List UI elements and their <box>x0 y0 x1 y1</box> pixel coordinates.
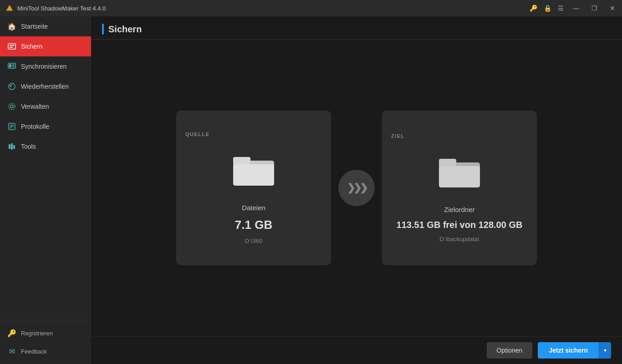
key-sidebar-icon: 🔑 <box>7 329 16 338</box>
sidebar-label-startseite: Startseite <box>21 23 48 30</box>
close-button[interactable]: ✕ <box>607 2 618 14</box>
mail-icon: ✉ <box>7 347 16 356</box>
source-card-name: Dateien <box>242 204 265 212</box>
backup-dropdown-button[interactable]: ▾ <box>599 342 611 359</box>
arrow-icon: ❯❯❯ <box>347 182 366 194</box>
sidebar-label-synchronisieren: Synchronisieren <box>21 63 66 70</box>
sidebar-item-sichern[interactable]: Sichern <box>0 36 91 56</box>
backup-area: QUELLE Dateien 7.1 GB D:\360 <box>91 40 622 336</box>
main-layout: 🏠 Startseite Sichern Synchronis <box>0 16 622 364</box>
app-logo-icon <box>5 4 14 12</box>
svg-rect-2 <box>8 44 15 49</box>
sidebar-item-registrieren[interactable]: 🔑 Registrieren <box>0 324 91 342</box>
svg-point-10 <box>9 103 15 110</box>
sidebar: 🏠 Startseite Sichern Synchronis <box>0 16 91 364</box>
source-card-path: D:\360 <box>245 238 262 244</box>
sidebar-item-synchronisieren[interactable]: Synchronisieren <box>0 56 91 76</box>
titlebar: MiniTool ShadowMaker Test 4.4.0 🔑 🔒 ☰ — … <box>0 0 622 16</box>
svg-rect-19 <box>233 157 250 164</box>
sidebar-item-startseite[interactable]: 🏠 Startseite <box>0 16 91 36</box>
backup-icon <box>7 42 16 51</box>
svg-rect-7 <box>12 64 15 67</box>
svg-rect-17 <box>13 145 15 149</box>
sidebar-label-registrieren: Registrieren <box>21 330 53 337</box>
sidebar-label-tools: Tools <box>21 143 36 150</box>
target-folder-icon <box>439 154 480 190</box>
sidebar-item-wiederherstellen[interactable]: Wiederherstellen <box>0 76 91 96</box>
svg-rect-16 <box>11 143 13 150</box>
arrow-connector: ❯❯❯ <box>338 170 375 206</box>
svg-point-1 <box>8 6 11 10</box>
titlebar-title: MiniTool ShadowMaker Test 4.4.0 <box>17 5 106 12</box>
target-card-label: ZIEL <box>391 133 405 139</box>
source-card-size: 7.1 GB <box>235 218 272 232</box>
lock-icon[interactable]: 🔒 <box>544 5 551 12</box>
tools-icon <box>7 142 16 151</box>
source-card-label: QUELLE <box>185 131 210 137</box>
svg-rect-3 <box>10 45 14 46</box>
page-header-accent <box>102 24 104 35</box>
svg-point-8 <box>9 83 15 90</box>
sidebar-label-wiederherstellen: Wiederherstellen <box>21 83 69 90</box>
titlebar-left: MiniTool ShadowMaker Test 4.4.0 <box>5 4 106 12</box>
titlebar-controls: 🔑 🔒 ☰ — ❐ ✕ <box>530 2 618 14</box>
target-card[interactable]: ZIEL Zielordner 113.51 GB frei von 128.0… <box>382 111 537 265</box>
source-folder-icon <box>233 152 274 188</box>
key-icon[interactable]: 🔑 <box>530 5 537 12</box>
svg-rect-15 <box>9 144 10 149</box>
svg-rect-6 <box>9 64 11 67</box>
backup-button-group: Jetzt sichern ▾ <box>538 342 611 359</box>
page-header: Sichern <box>91 16 622 40</box>
svg-rect-4 <box>10 47 13 48</box>
maximize-button[interactable]: ❐ <box>588 2 600 14</box>
manage-icon <box>7 102 16 111</box>
sidebar-label-feedback: Feedback <box>21 348 47 355</box>
sidebar-label-sichern: Sichern <box>21 43 42 50</box>
svg-rect-23 <box>439 166 480 187</box>
log-icon <box>7 122 16 131</box>
svg-rect-22 <box>439 159 456 166</box>
svg-point-9 <box>10 105 13 108</box>
bottom-bar: Optionen Jetzt sichern ▾ <box>91 336 622 364</box>
page-title: Sichern <box>108 24 142 35</box>
source-card[interactable]: QUELLE Dateien 7.1 GB D:\360 <box>176 111 331 265</box>
minimize-button[interactable]: — <box>570 2 582 14</box>
sidebar-bottom: 🔑 Registrieren ✉ Feedback <box>0 320 91 364</box>
backup-now-button[interactable]: Jetzt sichern <box>538 342 599 359</box>
home-icon: 🏠 <box>7 22 16 31</box>
sidebar-item-verwalten[interactable]: Verwalten <box>0 96 91 116</box>
svg-rect-20 <box>233 164 274 186</box>
sync-icon <box>7 62 16 71</box>
options-button[interactable]: Optionen <box>487 342 533 359</box>
content-area: Sichern QUELLE Dateien 7.1 <box>91 16 622 364</box>
sidebar-label-protokolle: Protokolle <box>21 123 49 130</box>
menu-icon[interactable]: ☰ <box>558 5 564 12</box>
restore-icon <box>7 82 16 91</box>
sidebar-item-tools[interactable]: Tools <box>0 136 91 157</box>
sidebar-item-feedback[interactable]: ✉ Feedback <box>0 342 91 360</box>
sidebar-item-protokolle[interactable]: Protokolle <box>0 116 91 136</box>
sidebar-label-verwalten: Verwalten <box>21 103 49 110</box>
target-card-path: D:\backupdata\ <box>439 236 479 243</box>
target-card-free: 113.51 GB frei von 128.00 GB <box>397 220 523 230</box>
target-card-name: Zielordner <box>444 206 475 213</box>
